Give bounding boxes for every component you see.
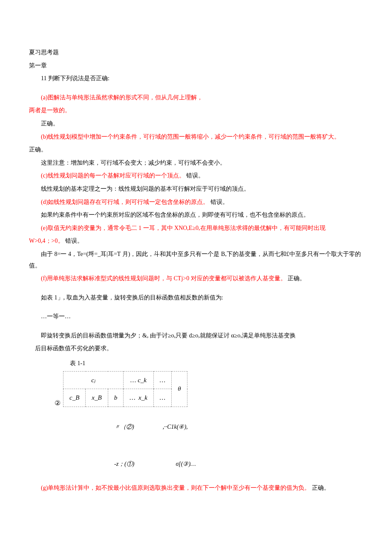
item-e-note: 由于 8=一 4，Te=(埒=_耳|耳=T 月)，因此，斗和其中至多只有一个是 … — [29, 249, 363, 271]
item-c-text: (c)线性规划问题的每一个基解对应可行域的一个顶点。 — [41, 172, 185, 179]
item-a: (a)图解法与单纯形法虽然求解的形式不同，但从几何上理解， — [29, 92, 363, 104]
item-d-ans: 错误。 — [210, 199, 228, 205]
question-11: 11 判断下列说法是否正确: — [29, 73, 363, 84]
item-f-note2: …一等一… — [29, 311, 363, 323]
doc-title: 夏习思考题 — [29, 47, 363, 58]
item-f-text: (f)用单纯形法求解标准型式的线性规划问题时，与 CTj>0 对应的变量都可以被… — [41, 275, 286, 282]
math-line-2: -z；(①) σ[(③)… — [114, 459, 363, 470]
item-c: (c)线性规划问题的每一个基解对应可行域的一个顶点。 错误。 — [29, 170, 363, 182]
item-b-text: (b)线性规划模型中增加一个约束条件，可行域的范围一般将缩小，减少一个约束条件，… — [41, 134, 340, 140]
table-row: cⱼ … c_k … θ — [63, 371, 187, 389]
item-b-note: 这里注意：增加约束，可行域不会变大；减少约束，可行域不会变小。 — [29, 157, 363, 169]
item-b: (b)线性规划模型中增加一个约束条件，可行域的范围一般将缩小，减少一个约束条件，… — [29, 131, 363, 143]
item-e-text2: W>0,4；>0。 — [29, 238, 64, 244]
math-l2b: σ[(③)… — [176, 461, 196, 467]
item-c-note: 线性规划的基本定理之一为：线性规划问题的基本可行解对应于可行域的顶点。 — [29, 183, 363, 195]
item-d-note: 如果约束条件中有一个约束所对应的区域不包含坐标的原点，则即使有可行域，也不包含坐… — [29, 209, 363, 221]
item-a-cont-text: 两者是一致的。 — [29, 107, 71, 113]
item-g-ans: 正确。 — [312, 485, 330, 491]
item-f-note1: 如表 1」, 取血为入基变量，旋转变换后的目标函数值相反数的新值为: — [29, 292, 363, 304]
item-d: (d)如线性规划问题存在可行域，则可行域一定包含坐标的原点。 错误。 — [29, 197, 363, 208]
table-1-1: cⱼ … c_k … θ c_B x_B b … x_k … ② — [63, 371, 363, 410]
math-l1a: 〃（②) — [114, 424, 134, 430]
item-g-text: (g)单纯形法计算中，如不按最小比值原则选取换出变量，则在下一个解中至少有一个基… — [41, 485, 310, 491]
item-c-ans: 错误。 — [186, 172, 204, 179]
item-f-note4: 后目标函数值不劣化的要求。 — [35, 343, 363, 355]
item-d-text: (d)如线性规划问题存在可行域，则可行域一定包含坐标的原点。 — [41, 199, 209, 205]
item-e-l1: (e)取值无约束的变量为，通常令毛二 1 一耳，其中 XNO,E≥0,在用单纯形… — [29, 223, 363, 234]
header-dots: … c_k — [124, 371, 154, 389]
math-l2a: -z；(①) — [114, 461, 134, 467]
math-line-1: 〃（②) ,··C1k(④), — [114, 421, 363, 433]
table-title: 表 1-1 — [70, 358, 363, 369]
item-f-ans: 正确。 — [288, 275, 306, 282]
item-g: (g)单纯形法计算中，如不按最小比值原则选取换出变量，则在下一个解中至少有一个基… — [29, 482, 363, 494]
item-b-ans: 正确。 — [29, 144, 363, 156]
item-a-ans: 正确。 — [29, 118, 363, 130]
item-f: (f)用单纯形法求解标准型式的线性规划问题时，与 CTj>0 对应的变量都可以被… — [29, 273, 363, 285]
item-a-text: (a)图解法与单纯形法虽然求解的形式不同，但从几何上理解， — [41, 94, 203, 101]
item-e-ans: 错误。 — [65, 238, 83, 244]
header-dots2: … — [153, 371, 171, 389]
item-a-cont: 两者是一致的。 — [29, 105, 363, 116]
item-e-l2: W>0,4；>0。 错误。 — [29, 235, 363, 247]
math-l1b: ,··C1k(④), — [163, 424, 188, 430]
header-cj: cⱼ — [63, 371, 124, 389]
chapter-title: 第一章 — [29, 60, 363, 72]
item-f-note3: 即旋转变换后的目标函数值增量为夕；&, 由于讨≥o,只要 d≥o,就能保证讨 α… — [29, 330, 363, 342]
item-e-text1: (e)取值无约束的变量为，通常令毛二 1 一耳，其中 XNO,E≥0,在用单纯形… — [41, 225, 326, 231]
